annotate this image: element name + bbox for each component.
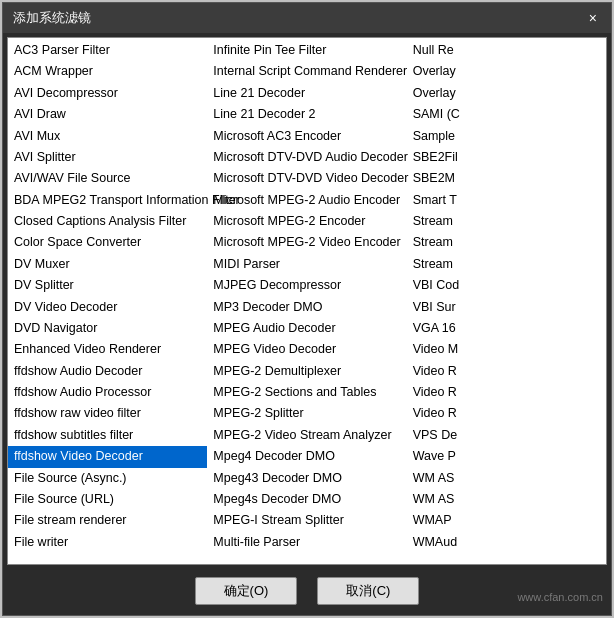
list-item[interactable]: WMAP bbox=[407, 510, 606, 531]
list-item[interactable]: Video R bbox=[407, 403, 606, 424]
list-item[interactable]: ffdshow Audio Processor bbox=[8, 382, 207, 403]
list-item[interactable]: File Source (URL) bbox=[8, 489, 207, 510]
list-item[interactable]: AC3 Parser Filter bbox=[8, 40, 207, 61]
list-item[interactable]: ffdshow Audio Decoder bbox=[8, 361, 207, 382]
list-item[interactable]: Line 21 Decoder bbox=[207, 83, 406, 104]
list-item[interactable]: MJPEG Decompressor bbox=[207, 275, 406, 296]
list-item[interactable]: Mpeg4 Decoder DMO bbox=[207, 446, 406, 467]
list-column-1: Infinite Pin Tee FilterInternal Script C… bbox=[207, 38, 406, 555]
title-bar: 添加系统滤镜 × bbox=[3, 3, 611, 33]
list-item[interactable]: SBE2M bbox=[407, 168, 606, 189]
list-item[interactable]: Internal Script Command Renderer bbox=[207, 61, 406, 82]
add-filter-dialog: 添加系统滤镜 × AC3 Parser FilterACM WrapperAVI… bbox=[2, 2, 612, 616]
list-item[interactable]: File writer bbox=[8, 532, 207, 553]
list-item[interactable]: DV Video Decoder bbox=[8, 297, 207, 318]
list-item[interactable]: WMAud bbox=[407, 532, 606, 553]
list-item[interactable]: Microsoft MPEG-2 Encoder bbox=[207, 211, 406, 232]
list-item[interactable]: AVI Decompressor bbox=[8, 83, 207, 104]
list-item[interactable]: ffdshow Video Decoder bbox=[8, 446, 207, 467]
list-item[interactable]: MIDI Parser bbox=[207, 254, 406, 275]
list-item[interactable]: ffdshow subtitles filter bbox=[8, 425, 207, 446]
list-item[interactable]: AVI/WAV File Source bbox=[8, 168, 207, 189]
list-item[interactable]: Video R bbox=[407, 361, 606, 382]
list-item[interactable]: Microsoft AC3 Encoder bbox=[207, 126, 406, 147]
list-item[interactable]: ffdshow raw video filter bbox=[8, 403, 207, 424]
list-item[interactable]: AVI Splitter bbox=[8, 147, 207, 168]
list-item[interactable]: BDA MPEG2 Transport Information Filter bbox=[8, 190, 207, 211]
list-item[interactable]: Color Space Converter bbox=[8, 232, 207, 253]
list-container: AC3 Parser FilterACM WrapperAVI Decompre… bbox=[8, 38, 606, 555]
list-item[interactable]: Video M bbox=[407, 339, 606, 360]
list-item[interactable]: MPEG-I Stream Splitter bbox=[207, 510, 406, 531]
list-item[interactable]: Stream bbox=[407, 254, 606, 275]
list-item[interactable]: DV Splitter bbox=[8, 275, 207, 296]
list-item[interactable]: Smart T bbox=[407, 190, 606, 211]
list-item[interactable]: MPEG-2 Sections and Tables bbox=[207, 382, 406, 403]
cancel-button[interactable]: 取消(C) bbox=[317, 577, 419, 605]
list-item[interactable]: VBI Sur bbox=[407, 297, 606, 318]
list-item[interactable]: Closed Captions Analysis Filter bbox=[8, 211, 207, 232]
list-item[interactable]: Mpeg4s Decoder DMO bbox=[207, 489, 406, 510]
list-column-2: Null ReOverlayOverlaySAMI (CSampleSBE2Fi… bbox=[407, 38, 606, 555]
list-item[interactable]: Overlay bbox=[407, 83, 606, 104]
list-item[interactable]: VPS De bbox=[407, 425, 606, 446]
list-item[interactable]: WM AS bbox=[407, 468, 606, 489]
list-item[interactable]: Stream bbox=[407, 211, 606, 232]
list-item[interactable]: File Source (Async.) bbox=[8, 468, 207, 489]
list-item[interactable]: MP3 Decoder DMO bbox=[207, 297, 406, 318]
list-item[interactable]: ACM Wrapper bbox=[8, 61, 207, 82]
list-item[interactable]: Null Re bbox=[407, 40, 606, 61]
list-item[interactable]: Sample bbox=[407, 126, 606, 147]
close-button[interactable]: × bbox=[585, 11, 601, 25]
list-item[interactable]: WM AS bbox=[407, 489, 606, 510]
list-item[interactable]: File stream renderer bbox=[8, 510, 207, 531]
list-item[interactable]: Stream bbox=[407, 232, 606, 253]
filter-list-area[interactable]: AC3 Parser FilterACM WrapperAVI Decompre… bbox=[7, 37, 607, 565]
list-column-0: AC3 Parser FilterACM WrapperAVI Decompre… bbox=[8, 38, 207, 555]
list-item[interactable]: Overlay bbox=[407, 61, 606, 82]
list-item[interactable]: MPEG-2 Video Stream Analyzer bbox=[207, 425, 406, 446]
dialog-title: 添加系统滤镜 bbox=[13, 9, 91, 27]
list-item[interactable]: VGA 16 bbox=[407, 318, 606, 339]
list-item[interactable]: DVD Navigator bbox=[8, 318, 207, 339]
dialog-footer: 确定(O) 取消(C) bbox=[3, 569, 611, 615]
list-item[interactable]: Multi-file Parser bbox=[207, 532, 406, 553]
list-item[interactable]: Wave P bbox=[407, 446, 606, 467]
list-item[interactable]: MPEG Video Decoder bbox=[207, 339, 406, 360]
list-item[interactable]: Microsoft MPEG-2 Audio Encoder bbox=[207, 190, 406, 211]
list-item[interactable]: MPEG-2 Splitter bbox=[207, 403, 406, 424]
list-item[interactable]: Microsoft MPEG-2 Video Encoder bbox=[207, 232, 406, 253]
list-item[interactable]: Mpeg43 Decoder DMO bbox=[207, 468, 406, 489]
list-item[interactable]: DV Muxer bbox=[8, 254, 207, 275]
list-item[interactable]: Line 21 Decoder 2 bbox=[207, 104, 406, 125]
list-item[interactable]: Enhanced Video Renderer bbox=[8, 339, 207, 360]
list-item[interactable]: Video R bbox=[407, 382, 606, 403]
list-item[interactable]: MPEG Audio Decoder bbox=[207, 318, 406, 339]
list-item[interactable]: AVI Draw bbox=[8, 104, 207, 125]
list-item[interactable]: Infinite Pin Tee Filter bbox=[207, 40, 406, 61]
list-item[interactable]: MPEG-2 Demultiplexer bbox=[207, 361, 406, 382]
list-item[interactable]: Microsoft DTV-DVD Audio Decoder bbox=[207, 147, 406, 168]
list-item[interactable]: Microsoft DTV-DVD Video Decoder bbox=[207, 168, 406, 189]
confirm-button[interactable]: 确定(O) bbox=[195, 577, 298, 605]
list-item[interactable]: SAMI (C bbox=[407, 104, 606, 125]
list-item[interactable]: AVI Mux bbox=[8, 126, 207, 147]
list-item[interactable]: VBI Cod bbox=[407, 275, 606, 296]
list-item[interactable]: SBE2Fil bbox=[407, 147, 606, 168]
